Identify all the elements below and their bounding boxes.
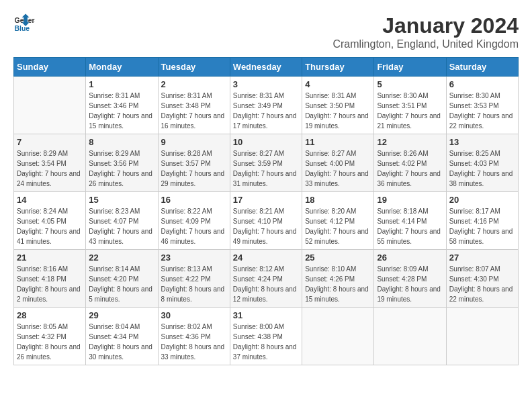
day-number: 25 <box>305 253 371 263</box>
day-info: Sunrise: 8:31 AMSunset: 3:50 PMDaylight:… <box>305 91 371 131</box>
calendar-cell: 29Sunrise: 8:04 AMSunset: 4:34 PMDayligh… <box>86 308 158 365</box>
day-info: Sunrise: 8:17 AMSunset: 4:16 PMDaylight:… <box>449 206 515 246</box>
calendar-cell: 12Sunrise: 8:26 AMSunset: 4:02 PMDayligh… <box>374 134 446 192</box>
day-info: Sunrise: 8:18 AMSunset: 4:14 PMDaylight:… <box>377 206 443 246</box>
day-number: 11 <box>305 137 371 147</box>
page-header: General Blue January 2024 Cramlington, E… <box>13 13 519 50</box>
day-info: Sunrise: 8:28 AMSunset: 3:57 PMDaylight:… <box>161 148 227 189</box>
day-number: 23 <box>161 253 227 263</box>
calendar-cell: 5Sunrise: 8:30 AMSunset: 3:51 PMDaylight… <box>374 77 446 134</box>
weekday-header-monday: Monday <box>86 58 158 77</box>
day-info: Sunrise: 8:31 AMSunset: 3:46 PMDaylight:… <box>89 91 154 131</box>
day-number: 2 <box>161 79 227 89</box>
calendar-cell: 14Sunrise: 8:24 AMSunset: 4:05 PMDayligh… <box>14 192 86 250</box>
day-info: Sunrise: 8:30 AMSunset: 3:53 PMDaylight:… <box>449 91 515 131</box>
calendar-cell: 6Sunrise: 8:30 AMSunset: 3:53 PMDaylight… <box>446 77 518 134</box>
day-number: 28 <box>17 310 83 320</box>
day-number: 24 <box>233 253 299 263</box>
day-number: 15 <box>89 195 154 205</box>
calendar-cell: 28Sunrise: 8:05 AMSunset: 4:32 PMDayligh… <box>14 308 86 365</box>
calendar-cell <box>302 308 374 365</box>
calendar-cell: 31Sunrise: 8:00 AMSunset: 4:38 PMDayligh… <box>230 308 302 365</box>
day-info: Sunrise: 8:24 AMSunset: 4:05 PMDaylight:… <box>17 206 83 246</box>
day-info: Sunrise: 8:07 AMSunset: 4:30 PMDaylight:… <box>449 264 515 304</box>
day-number: 27 <box>449 253 515 263</box>
day-number: 5 <box>377 79 443 89</box>
day-info: Sunrise: 8:29 AMSunset: 3:56 PMDaylight:… <box>89 148 154 189</box>
day-info: Sunrise: 8:29 AMSunset: 3:54 PMDaylight:… <box>17 148 83 189</box>
calendar-cell: 24Sunrise: 8:12 AMSunset: 4:24 PMDayligh… <box>230 250 302 308</box>
calendar-cell <box>14 77 86 134</box>
calendar-cell: 27Sunrise: 8:07 AMSunset: 4:30 PMDayligh… <box>446 250 518 308</box>
month-title: January 2024 <box>332 13 519 38</box>
day-info: Sunrise: 8:25 AMSunset: 4:03 PMDaylight:… <box>449 148 515 189</box>
calendar-cell: 30Sunrise: 8:02 AMSunset: 4:36 PMDayligh… <box>158 308 230 365</box>
calendar-cell: 9Sunrise: 8:28 AMSunset: 3:57 PMDaylight… <box>158 134 230 192</box>
day-info: Sunrise: 8:21 AMSunset: 4:10 PMDaylight:… <box>233 206 299 246</box>
day-number: 19 <box>377 195 443 205</box>
day-info: Sunrise: 8:31 AMSunset: 3:48 PMDaylight:… <box>161 91 227 131</box>
day-number: 16 <box>161 195 227 205</box>
day-info: Sunrise: 8:00 AMSunset: 4:38 PMDaylight:… <box>233 322 299 362</box>
day-number: 21 <box>17 253 83 263</box>
calendar-cell: 13Sunrise: 8:25 AMSunset: 4:03 PMDayligh… <box>446 134 518 192</box>
day-info: Sunrise: 8:12 AMSunset: 4:24 PMDaylight:… <box>233 264 299 304</box>
day-info: Sunrise: 8:13 AMSunset: 4:22 PMDaylight:… <box>161 264 227 304</box>
day-number: 6 <box>449 79 515 89</box>
weekday-header-saturday: Saturday <box>446 58 518 77</box>
calendar-cell: 18Sunrise: 8:20 AMSunset: 4:12 PMDayligh… <box>302 192 374 250</box>
calendar-cell: 25Sunrise: 8:10 AMSunset: 4:26 PMDayligh… <box>302 250 374 308</box>
day-info: Sunrise: 8:31 AMSunset: 3:49 PMDaylight:… <box>233 91 299 131</box>
day-number: 13 <box>449 137 515 147</box>
calendar-cell <box>446 308 518 365</box>
location: Cramlington, England, United Kingdom <box>332 38 519 50</box>
weekday-header-wednesday: Wednesday <box>230 58 302 77</box>
day-number: 10 <box>233 137 299 147</box>
day-info: Sunrise: 8:23 AMSunset: 4:07 PMDaylight:… <box>89 206 154 246</box>
calendar-cell: 8Sunrise: 8:29 AMSunset: 3:56 PMDaylight… <box>86 134 158 192</box>
calendar-cell: 23Sunrise: 8:13 AMSunset: 4:22 PMDayligh… <box>158 250 230 308</box>
week-row-4: 28Sunrise: 8:05 AMSunset: 4:32 PMDayligh… <box>14 308 519 365</box>
day-info: Sunrise: 8:10 AMSunset: 4:26 PMDaylight:… <box>305 264 371 304</box>
day-number: 20 <box>449 195 515 205</box>
day-number: 29 <box>89 310 154 320</box>
calendar-cell: 16Sunrise: 8:22 AMSunset: 4:09 PMDayligh… <box>158 192 230 250</box>
day-number: 18 <box>305 195 371 205</box>
calendar-cell: 10Sunrise: 8:27 AMSunset: 3:59 PMDayligh… <box>230 134 302 192</box>
calendar-cell: 21Sunrise: 8:16 AMSunset: 4:18 PMDayligh… <box>14 250 86 308</box>
calendar-cell: 17Sunrise: 8:21 AMSunset: 4:10 PMDayligh… <box>230 192 302 250</box>
calendar-cell: 26Sunrise: 8:09 AMSunset: 4:28 PMDayligh… <box>374 250 446 308</box>
day-number: 7 <box>17 137 83 147</box>
day-number: 22 <box>89 253 154 263</box>
day-info: Sunrise: 8:14 AMSunset: 4:20 PMDaylight:… <box>89 264 154 304</box>
week-row-2: 14Sunrise: 8:24 AMSunset: 4:05 PMDayligh… <box>14 192 519 250</box>
day-info: Sunrise: 8:16 AMSunset: 4:18 PMDaylight:… <box>17 264 83 304</box>
day-info: Sunrise: 8:20 AMSunset: 4:12 PMDaylight:… <box>305 206 371 246</box>
calendar-cell: 20Sunrise: 8:17 AMSunset: 4:16 PMDayligh… <box>446 192 518 250</box>
day-number: 26 <box>377 253 443 263</box>
day-info: Sunrise: 8:05 AMSunset: 4:32 PMDaylight:… <box>17 322 83 362</box>
day-info: Sunrise: 8:27 AMSunset: 4:00 PMDaylight:… <box>305 148 371 189</box>
week-row-3: 21Sunrise: 8:16 AMSunset: 4:18 PMDayligh… <box>14 250 519 308</box>
logo-icon: General Blue <box>13 13 35 35</box>
title-area: January 2024 Cramlington, England, Unite… <box>332 13 519 50</box>
svg-text:Blue: Blue <box>15 25 30 32</box>
day-info: Sunrise: 8:22 AMSunset: 4:09 PMDaylight:… <box>161 206 227 246</box>
logo: General Blue <box>13 13 35 35</box>
day-number: 4 <box>305 79 371 89</box>
calendar-body: 1Sunrise: 8:31 AMSunset: 3:46 PMDaylight… <box>14 77 519 365</box>
day-number: 9 <box>161 137 227 147</box>
day-number: 14 <box>17 195 83 205</box>
day-number: 31 <box>233 310 299 320</box>
calendar-cell: 15Sunrise: 8:23 AMSunset: 4:07 PMDayligh… <box>86 192 158 250</box>
calendar-cell: 3Sunrise: 8:31 AMSunset: 3:49 PMDaylight… <box>230 77 302 134</box>
calendar-cell: 2Sunrise: 8:31 AMSunset: 3:48 PMDaylight… <box>158 77 230 134</box>
day-number: 1 <box>89 79 154 89</box>
day-number: 17 <box>233 195 299 205</box>
day-info: Sunrise: 8:30 AMSunset: 3:51 PMDaylight:… <box>377 91 443 131</box>
day-number: 12 <box>377 137 443 147</box>
weekday-header-row: SundayMondayTuesdayWednesdayThursdayFrid… <box>14 58 519 77</box>
weekday-header-friday: Friday <box>374 58 446 77</box>
day-number: 3 <box>233 79 299 89</box>
weekday-header-sunday: Sunday <box>14 58 86 77</box>
